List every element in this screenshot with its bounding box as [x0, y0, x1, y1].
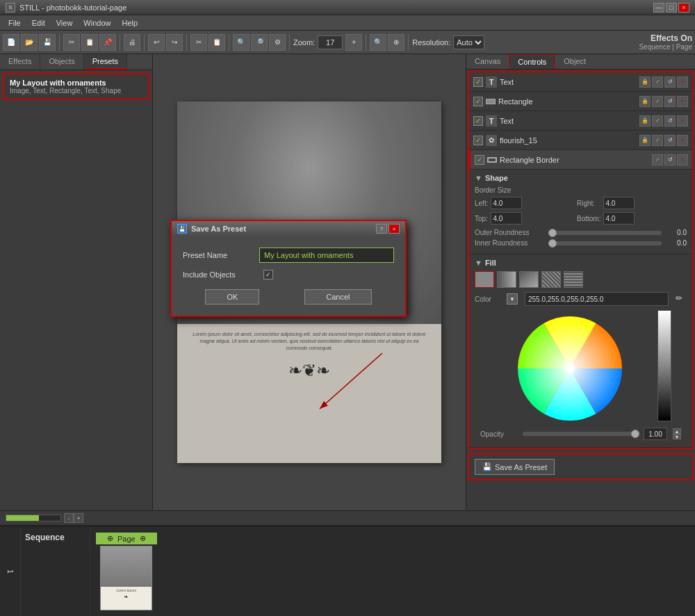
layer-close-2[interactable]: × [677, 96, 688, 107]
opacity-stepper[interactable]: ▲ ▼ [673, 428, 681, 439]
layer-close-5[interactable]: × [677, 154, 688, 165]
window-controls[interactable]: — □ × [653, 3, 689, 13]
layer-row-text2[interactable]: ✓ T Text 🔒 ✓ ↺ × [469, 111, 692, 131]
outer-roundness-slider[interactable] [548, 231, 662, 235]
paste-button[interactable]: 📌 [99, 34, 116, 51]
resolution-select[interactable]: Auto [453, 35, 484, 49]
color-value-input[interactable]: 255.0,255.0,255.0,255.0 [525, 292, 669, 306]
preset-item[interactable]: My Layout with ornaments Image, Text, Re… [3, 73, 149, 100]
open-button[interactable]: 📂 [21, 34, 38, 51]
sequence-page-item[interactable]: ⊕ Page ⊕ Lorem ipsum ❧ [96, 533, 157, 610]
layer-lock-2[interactable]: 🔒 [639, 96, 651, 107]
tab-presets[interactable]: Presets [84, 54, 127, 70]
layer-refresh-5[interactable]: ↺ [664, 154, 676, 165]
layer-refresh-3[interactable]: ↺ [664, 115, 676, 127]
opacity-up[interactable]: ▲ [673, 428, 681, 434]
include-objects-checkbox[interactable]: ✓ [263, 270, 273, 279]
layer-refresh-4[interactable]: ↺ [664, 135, 676, 146]
toolbar-btn-a[interactable]: ✂ [190, 34, 207, 51]
save-button[interactable]: 💾 [39, 34, 56, 51]
layer-check-3[interactable]: ✓ [473, 116, 483, 126]
menu-view[interactable]: View [51, 17, 79, 29]
layer-close-1[interactable]: × [677, 76, 688, 88]
fill-section-header[interactable]: ▼ Fill [475, 259, 687, 267]
tab-controls[interactable]: Controls [509, 54, 555, 69]
layer-row-text1[interactable]: ✓ T Text 🔒 ✓ ↺ × [469, 72, 692, 92]
cut-button[interactable]: ✂ [63, 34, 80, 51]
layer-vis-1[interactable]: ✓ [652, 76, 663, 88]
menu-window[interactable]: Window [78, 17, 116, 29]
layer-vis-5[interactable]: ✓ [652, 154, 663, 165]
fill-solid[interactable] [475, 271, 494, 288]
close-button[interactable]: × [678, 3, 689, 13]
eyedropper-icon[interactable]: ✏ [676, 293, 687, 305]
modal-help-button[interactable]: ? [376, 224, 387, 234]
layer-row-flourish[interactable]: ✓ ✿ flourish_15 🔒 ✓ ↺ × [469, 131, 692, 150]
layer-refresh-1[interactable]: ↺ [664, 76, 676, 88]
menu-file[interactable]: File [3, 17, 26, 29]
layer-check-2[interactable]: ✓ [473, 97, 483, 106]
layer-check-1[interactable]: ✓ [473, 77, 483, 87]
zoom-out-icon[interactable]: - [64, 513, 74, 523]
top-input[interactable]: 4.0 [491, 212, 522, 225]
menu-edit[interactable]: Edit [26, 17, 51, 29]
left-input[interactable]: 4.0 [491, 197, 522, 209]
layer-row-rect1[interactable]: ✓ Rectangle 🔒 ✓ ↺ × [469, 92, 692, 111]
layer-vis-4[interactable]: ✓ [652, 135, 663, 146]
canvas-area[interactable]: Lorem ipsum dolor sit amet, consectetur … [153, 54, 466, 510]
maximize-button[interactable]: □ [666, 3, 677, 13]
fill-gradient2[interactable] [519, 271, 539, 288]
menu-help[interactable]: Help [116, 17, 143, 29]
zoom-plus[interactable]: + [345, 34, 362, 51]
bottom-input[interactable]: 4.0 [603, 212, 635, 225]
toolbar-btn-e[interactable]: ⚙ [269, 34, 286, 51]
tab-object[interactable]: Object [555, 54, 594, 69]
copy-button[interactable]: 📋 [81, 34, 98, 51]
opacity-value[interactable]: 1.00 [644, 428, 667, 440]
tab-effects[interactable]: Effects [0, 54, 40, 70]
fill-gradient1[interactable] [497, 271, 516, 288]
zoom-input[interactable]: 17 [318, 35, 343, 49]
modal-controls[interactable]: ? × [376, 224, 400, 234]
add-after-icon[interactable]: ⊕ [140, 534, 146, 543]
zoom-in-icon[interactable]: + [74, 513, 83, 523]
toolbar-btn-b[interactable]: 📋 [208, 34, 225, 51]
sequence-thumb[interactable]: Lorem ipsum ❧ [100, 546, 152, 610]
new-button[interactable]: 📄 [3, 34, 19, 51]
shape-section-header[interactable]: ▼ Shape [475, 174, 687, 182]
preset-name-input[interactable]: My Layout with ornaments [259, 248, 394, 263]
layer-check-4[interactable]: ✓ [473, 136, 483, 145]
toolbar-search[interactable]: 🔍 [370, 34, 386, 51]
toolbar-btn-c[interactable]: 🔍 [233, 34, 250, 51]
color-dropdown-btn[interactable]: ▼ [507, 293, 518, 305]
save-as-preset-button[interactable]: 💾 Save As Preset [475, 459, 555, 475]
opacity-down[interactable]: ▼ [673, 434, 681, 439]
color-wheel-svg[interactable] [514, 313, 626, 424]
ok-button[interactable]: OK [205, 289, 259, 305]
brightness-slider[interactable] [657, 310, 671, 421]
undo-button[interactable]: ↩ [148, 34, 165, 51]
modal-close-button[interactable]: × [389, 224, 400, 234]
minimize-button[interactable]: — [653, 3, 664, 13]
tab-canvas[interactable]: Canvas [466, 54, 509, 69]
layer-refresh-2[interactable]: ↺ [664, 96, 676, 107]
layer-vis-2[interactable]: ✓ [652, 96, 663, 107]
fill-pattern1[interactable] [541, 271, 561, 288]
add-page-icon[interactable]: ⊕ [107, 534, 113, 543]
layer-check-5[interactable]: ✓ [475, 155, 484, 165]
fill-pattern2[interactable] [564, 271, 583, 288]
right-input[interactable]: 4.0 [603, 197, 635, 209]
inner-roundness-slider[interactable] [548, 241, 662, 245]
layer-vis-3[interactable]: ✓ [652, 115, 663, 127]
opacity-slider[interactable] [523, 432, 639, 436]
toolbar-btn-d[interactable]: 🔎 [251, 34, 268, 51]
layer-row-rectborder[interactable]: ✓ Rectangle Border ✓ ↺ × [469, 150, 692, 170]
layer-close-3[interactable]: × [677, 115, 688, 127]
cancel-button[interactable]: Cancel [304, 289, 371, 305]
print-button[interactable]: 🖨 [124, 34, 140, 51]
layer-lock-4[interactable]: 🔒 [639, 135, 651, 146]
tab-objects[interactable]: Objects [40, 54, 83, 70]
layer-lock-3[interactable]: 🔒 [639, 115, 651, 127]
layer-close-4[interactable]: × [677, 135, 688, 146]
layer-lock-1[interactable]: 🔒 [639, 76, 651, 88]
